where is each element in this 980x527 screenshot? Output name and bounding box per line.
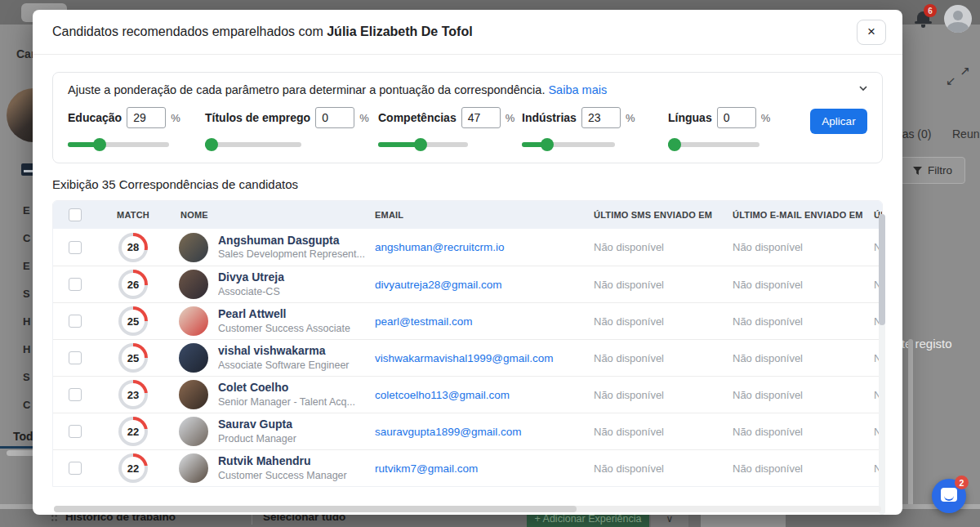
column-header-last-sms: ÚLTIMO SMS ENVIADO EM — [587, 210, 733, 220]
weight-input[interactable]: 23 — [581, 107, 621, 128]
slider-thumb[interactable] — [668, 138, 681, 151]
learn-more-link[interactable]: Saiba mais — [548, 83, 607, 96]
table-row[interactable]: 22 Rutvik Mahendru Customer Success Mana… — [53, 449, 882, 486]
column-header-email: EMAIL — [373, 210, 587, 220]
match-value: 22 — [122, 457, 145, 480]
candidate-email[interactable]: coletcoelho113@gmail.com — [373, 389, 587, 401]
weight-input[interactable]: 0 — [717, 107, 756, 128]
row-checkbox[interactable] — [69, 315, 82, 328]
candidate-email[interactable]: angshuman@recruitcrm.io — [373, 241, 587, 253]
candidate-name[interactable]: Divya Utreja — [218, 270, 284, 285]
weight-control: Educação 29 % — [68, 107, 205, 151]
sliders-row: Educação 29 % Títulos de emprego 0 % Com… — [68, 107, 867, 151]
table-row[interactable]: 23 Colet Coelho Senior Manager - Talent … — [53, 376, 882, 413]
table-row[interactable]: 26 Divya Utreja Associate-CS divyautreja… — [53, 266, 882, 302]
last-email: Não disponível — [733, 462, 874, 475]
candidate-name[interactable]: Rutvik Mahendru — [218, 454, 347, 469]
row-checkbox[interactable] — [69, 462, 82, 475]
weight-slider[interactable] — [668, 138, 760, 151]
chat-launcher-button[interactable]: 2 — [932, 479, 966, 513]
weights-description: Ajuste a ponderação de cada parâmetro pa… — [68, 83, 867, 96]
table-row[interactable]: 28 Angshuman Dasgupta Sales Development … — [53, 229, 882, 266]
slider-thumb[interactable] — [205, 138, 218, 151]
results-heading: Exibição 35 Correspondências de candidat… — [52, 177, 883, 191]
table-vertical-scrollbar[interactable] — [879, 214, 885, 515]
user-avatar — [944, 5, 972, 33]
chat-unread-badge: 2 — [955, 476, 969, 489]
candidate-title: Customer Success Manager — [218, 469, 347, 482]
row-checkbox[interactable] — [69, 351, 82, 364]
bg-field-letters: ECESHHSC — [23, 204, 30, 411]
table-body: 28 Angshuman Dasgupta Sales Development … — [53, 229, 882, 486]
candidate-title: Product Manager — [218, 432, 296, 445]
match-ring: 25 — [118, 306, 148, 336]
candidate-name[interactable]: vishal vishwakarma — [218, 344, 350, 359]
last-sms: Não disponível — [587, 315, 733, 328]
select-all-checkbox[interactable] — [69, 208, 82, 221]
row-checkbox[interactable] — [69, 388, 82, 401]
candidate-name[interactable]: Angshuman Dasgupta — [218, 234, 365, 248]
candidate-avatar — [179, 453, 208, 483]
notifications-bell-icon: 6 — [915, 10, 933, 28]
weight-label: Educação — [68, 111, 122, 124]
table-row[interactable]: 25 vishal vishwakarma Associate Software… — [53, 339, 882, 376]
percent-sign: % — [359, 112, 369, 124]
slider-thumb[interactable] — [541, 138, 554, 151]
weight-input[interactable]: 29 — [127, 107, 166, 128]
weight-slider[interactable] — [522, 138, 615, 151]
last-email: Não disponível — [733, 389, 874, 401]
weight-slider[interactable] — [205, 138, 301, 151]
match-ring: 28 — [118, 233, 148, 262]
candidate-email[interactable]: divyautreja28@gmail.com — [373, 279, 587, 291]
candidate-avatar — [179, 233, 208, 262]
table-row[interactable]: 25 Pearl Attwell Customer Success Associ… — [53, 302, 882, 339]
candidate-match-modal: Candidatos recomendados emparelhados com… — [33, 10, 902, 515]
candidate-email[interactable]: vishwakarmavishal1999@gmail.com — [373, 352, 587, 364]
tab-meetings: Reuni — [952, 127, 980, 141]
candidate-name[interactable]: Saurav Gupta — [218, 418, 296, 432]
weight-control: Títulos de emprego 0 % — [205, 107, 378, 151]
match-value: 25 — [122, 310, 145, 333]
table-row[interactable]: 22 Saurav Gupta Product Manager sauravgu… — [53, 413, 882, 449]
last-sms: Não disponível — [587, 279, 733, 291]
last-sms: Não disponível — [587, 389, 733, 401]
collapse-chevron-icon[interactable] — [858, 83, 869, 94]
bg-tab-todos: Tod — [13, 430, 33, 443]
slider-thumb[interactable] — [93, 138, 106, 151]
weight-input[interactable]: 0 — [315, 107, 354, 128]
match-value: 23 — [122, 383, 145, 406]
weight-slider[interactable] — [378, 138, 468, 151]
candidate-avatar — [179, 343, 208, 373]
weight-input[interactable]: 47 — [461, 107, 501, 128]
percent-sign: % — [171, 112, 180, 124]
funnel-icon — [913, 167, 922, 175]
slider-track — [668, 142, 760, 147]
column-header-last-email: ÚLTIMO E-MAIL ENVIADO EM — [733, 210, 874, 220]
weight-slider[interactable] — [68, 138, 169, 151]
candidate-email[interactable]: sauravgupta1899@gmail.com — [373, 426, 587, 438]
candidate-name[interactable]: Pearl Attwell — [218, 307, 350, 322]
match-ring: 23 — [118, 380, 148, 409]
percent-sign: % — [761, 112, 771, 124]
row-checkbox[interactable] — [69, 425, 82, 438]
match-value: 26 — [122, 273, 145, 296]
close-button[interactable]: × — [857, 20, 886, 45]
candidate-name[interactable]: Colet Coelho — [218, 381, 355, 395]
match-ring: 25 — [118, 343, 148, 373]
apply-button[interactable]: Aplicar — [810, 109, 867, 134]
weight-control: Indústrias 23 % — [522, 107, 668, 151]
candidate-title: Customer Success Associate — [218, 322, 350, 335]
last-email: Não disponível — [733, 241, 874, 253]
candidate-email[interactable]: pearl@testmail.com — [373, 315, 587, 328]
row-checkbox[interactable] — [69, 241, 82, 254]
weight-control: Línguas 0 % — [668, 107, 773, 151]
table-header-row: MATCH NOME EMAIL ÚLTIMO SMS ENVIADO EM Ú… — [53, 201, 882, 229]
weights-panel: Ajuste a ponderação de cada parâmetro pa… — [52, 72, 883, 163]
table-horizontal-scrollbar[interactable] — [54, 506, 881, 512]
row-checkbox[interactable] — [69, 278, 82, 291]
chat-icon — [941, 488, 957, 502]
candidate-email[interactable]: rutvikm7@gmail.com — [373, 462, 587, 475]
weight-control: Competências 47 % — [378, 107, 522, 151]
candidate-title: Associate-CS — [218, 285, 284, 298]
slider-thumb[interactable] — [414, 138, 427, 151]
